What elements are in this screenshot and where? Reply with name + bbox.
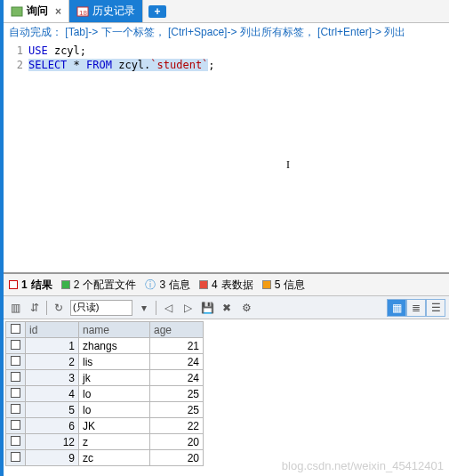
cell-name[interactable]: zc [79,450,150,466]
checkbox-icon[interactable] [11,420,20,430]
cell-id[interactable]: 1 [26,338,79,354]
line-number: 1 [4,44,23,58]
info-icon: ⓘ [145,278,156,293]
cell-name[interactable]: z [79,434,150,450]
sort-button[interactable]: ⇵ [27,300,43,316]
cell-age[interactable]: 21 [150,338,204,354]
sql-text: zcyl. [112,59,150,71]
settings-button[interactable]: ⚙ [238,300,254,316]
editor-code[interactable]: USE zcyl; SELECT * FROM zcyl.`student`; … [28,42,449,272]
select-all-header[interactable] [6,322,26,338]
table-row[interactable]: 3jk24 [6,370,204,386]
new-tab-button[interactable]: + [148,5,166,18]
row-checkbox[interactable] [6,338,26,354]
card-view-button[interactable]: ☰ [426,299,445,317]
svg-text:18: 18 [79,9,87,17]
next-row-button[interactable]: ▷ [180,300,196,316]
readonly-mode-select[interactable] [70,300,132,316]
col-id[interactable]: id [26,322,79,338]
tab-label: 信息 [284,278,305,293]
cell-age[interactable]: 24 [150,354,204,370]
checkbox-icon[interactable] [11,436,20,446]
cell-id[interactable]: 12 [26,434,79,450]
cell-id[interactable]: 9 [26,450,79,466]
cell-name[interactable]: jk [79,370,150,386]
separator [156,301,156,315]
cell-age[interactable]: 20 [150,450,204,466]
sql-keyword: SELECT [28,59,67,71]
table-row[interactable]: 12z20 [6,434,204,450]
row-checkbox[interactable] [6,370,26,386]
cell-age[interactable]: 25 [150,386,204,402]
result-tab-info[interactable]: ⓘ 3 信息 [145,278,190,293]
grid-view-button[interactable]: ▦ [387,299,406,317]
cell-name[interactable]: JK [79,418,150,434]
checkbox-icon[interactable] [11,452,20,462]
cell-id[interactable]: 3 [26,370,79,386]
col-age[interactable]: age [150,322,204,338]
checkbox-icon[interactable] [11,372,20,382]
cell-age[interactable]: 24 [150,370,204,386]
tab-history[interactable]: 18 历史记录 [69,0,143,22]
cell-id[interactable]: 6 [26,418,79,434]
row-checkbox[interactable] [6,418,26,434]
cell-name[interactable]: lis [79,354,150,370]
line-number: 2 [4,58,23,72]
tab-number: 3 [159,278,165,291]
delete-button[interactable]: ✖ [219,300,235,316]
save-button[interactable]: 💾 [199,300,215,316]
tab-number: 1 [21,278,28,291]
result-grid[interactable]: id name age 1zhangs212lis243jk244lo255lo… [5,321,204,466]
sql-text: * [67,59,86,71]
tab-label: 结果 [31,278,52,293]
checkbox-icon[interactable] [11,356,20,366]
cell-name[interactable]: lo [79,402,150,418]
table-row[interactable]: 4lo25 [6,386,204,402]
grid-header: id name age [6,322,204,338]
row-checkbox[interactable] [6,450,26,466]
cell-name[interactable]: zhangs [79,338,150,354]
checkbox-icon[interactable] [11,340,20,350]
cell-age[interactable]: 22 [150,418,204,434]
messages-icon [262,280,271,289]
row-checkbox[interactable] [6,386,26,402]
table-row[interactable]: 1zhangs21 [6,338,204,354]
col-name[interactable]: name [79,322,150,338]
table-row[interactable]: 6JK22 [6,418,204,434]
table-row[interactable]: 9zc20 [6,450,204,466]
row-checkbox[interactable] [6,434,26,450]
list-view-button[interactable]: ≣ [406,299,426,317]
dropdown-icon[interactable]: ▾ [136,300,152,316]
cell-name[interactable]: lo [79,386,150,402]
cell-id[interactable]: 4 [26,386,79,402]
cell-id[interactable]: 2 [26,354,79,370]
close-icon[interactable]: × [55,5,61,18]
checkbox-icon[interactable] [11,388,20,398]
result-tab-results[interactable]: 1 结果 [9,278,52,293]
sql-icon [11,5,23,18]
sql-text: zcyl; [48,44,86,57]
row-checkbox[interactable] [6,354,26,370]
tab-query[interactable]: 询问 × [4,0,69,22]
row-checkbox[interactable] [6,402,26,418]
checkbox-icon[interactable] [11,324,20,334]
refresh-button[interactable]: ↻ [51,300,67,316]
cell-id[interactable]: 5 [26,402,79,418]
tab-label: 信息 [169,278,190,293]
tab-history-label: 历史记录 [92,4,135,19]
tab-label: 个配置文件 [83,278,136,293]
sql-keyword: FROM [86,59,112,71]
filter-button[interactable]: ▥ [7,300,23,316]
prev-row-button[interactable]: ◁ [160,300,176,316]
sql-editor[interactable]: 1 2 USE zcyl; SELECT * FROM zcyl.`studen… [4,42,449,273]
result-tab-tabledata[interactable]: 4 表数据 [199,278,253,293]
checkbox-icon[interactable] [11,404,20,414]
cell-age[interactable]: 25 [150,402,204,418]
result-tab-messages[interactable]: 5 信息 [262,278,306,293]
result-tab-profiles[interactable]: 2 个配置文件 [61,278,137,293]
tab-number: 5 [275,278,281,291]
table-row[interactable]: 2lis24 [6,354,204,370]
table-row[interactable]: 5lo25 [6,402,204,418]
cell-age[interactable]: 20 [150,434,204,450]
calendar-icon: 18 [76,5,89,18]
